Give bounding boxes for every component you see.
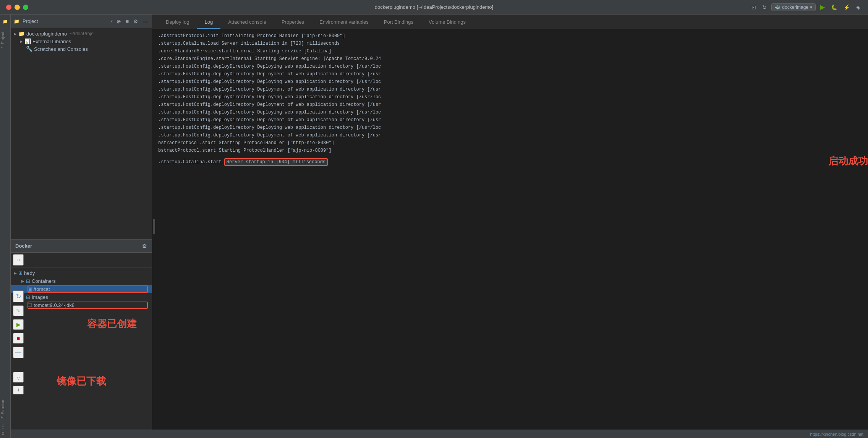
containers-icon: ⊞	[26, 278, 30, 284]
image-label: tomcat:9.0.24-jdk8	[34, 302, 74, 308]
project-root-item[interactable]: ▶ 📁 dockerplugindemo ~/IdeaProje	[11, 30, 152, 37]
tab-port-bindings[interactable]: Port Bindings	[376, 16, 421, 29]
log-line-5: .startup.HostConfig.deployDirectory Depl…	[152, 70, 868, 78]
project-panel-title: Project	[23, 18, 108, 24]
log-area[interactable]: .abstractProtocol.init Initializing Prot…	[152, 29, 868, 438]
window-title: dockerplugindemo [~/IdeaProjects/dockerp…	[375, 4, 493, 10]
log-line-13: .startup.HostConfig.deployDirectory Depl…	[152, 131, 868, 139]
container-icon: ▣	[28, 286, 32, 292]
debug-button[interactable]: 🐛	[829, 3, 839, 11]
log-line-12: .startup.HostConfig.deployDirectory Depl…	[152, 124, 868, 131]
stop-docker-icon[interactable]: ■	[13, 333, 24, 344]
profile-button[interactable]: ◈	[855, 3, 862, 11]
drag-handle[interactable]	[153, 219, 155, 234]
log-line-7: .startup.HostConfig.deployDirectory Depl…	[152, 86, 868, 93]
containers-label: Containers	[32, 278, 56, 284]
server-icon: ⊞	[18, 270, 23, 276]
docker-settings-icon[interactable]: ⚙	[142, 243, 147, 249]
tomcat-image-item[interactable]: ☐ tomcat:9.0.24-jdk8	[11, 301, 152, 309]
run-button[interactable]: ▶	[819, 3, 826, 11]
docker-tree: ▶ ⊞ hedy ▶ ⊞ Containers ▣ /tomcat	[11, 268, 152, 438]
docker-panel: Docker ⚙ ↔ ▶ ⊞ hedy ▶ ⊞	[11, 239, 152, 438]
external-libraries-item[interactable]: ▶ 📊 External Libraries	[11, 37, 152, 45]
tomcat-container-item[interactable]: ▣ /tomcat	[11, 285, 152, 293]
tree-arrow-icon: ▶	[14, 32, 17, 36]
project-tree: ▶ 📁 dockerplugindemo ~/IdeaProje ▶ 📊 Ext…	[11, 28, 152, 239]
container-label: /tomcat	[34, 286, 50, 292]
maximize-button[interactable]	[23, 5, 28, 10]
project-path: ~/IdeaProje	[70, 31, 94, 36]
libraries-icon: 📊	[24, 38, 31, 44]
images-folder-item[interactable]: ▶ ⊞ Images	[11, 293, 152, 301]
run-config-label: dockerimage	[782, 5, 808, 10]
filter-down-icon[interactable]: ⬇	[13, 386, 24, 394]
log-line-2: .core.StandardService.startInternal Star…	[152, 47, 868, 55]
tab-properties[interactable]: Properties	[274, 16, 312, 29]
log-last-line-wrapper: .startup.Catalina.start Server startup i…	[152, 154, 868, 169]
log-line-1: .startup.Catalina.load Server initializa…	[152, 40, 868, 47]
project-side-label[interactable]: 1: Project	[0, 29, 10, 51]
tab-attached-console[interactable]: Attached console	[220, 16, 274, 29]
panel-dropdown-arrow[interactable]: ▾	[111, 19, 113, 23]
bottom-url[interactable]: https://xinchen.blog.csdn.net	[810, 432, 863, 436]
log-line-9: .startup.HostConfig.deployDirectory Depl…	[152, 101, 868, 109]
project-panel-header: 📁 Project ▾ ⊕ ≡ ⚙ —	[11, 15, 152, 28]
containers-arrow-icon: ▶	[21, 279, 24, 283]
docker-connect-icon[interactable]: ↔	[13, 254, 24, 266]
log-line-4: .startup.HostConfig.deployDirectory Depl…	[152, 63, 868, 70]
log-line-15: bstractProtocol.start Starting ProtocolH…	[152, 147, 868, 154]
log-line-11: .startup.HostConfig.deployDirectory Depl…	[152, 116, 868, 124]
docker-panel-title: Docker	[15, 243, 32, 249]
settings-icon[interactable]: ⚙	[133, 18, 139, 25]
favorites-side-label[interactable]: orities	[0, 422, 10, 438]
containers-folder-item[interactable]: ▶ ⊞ Containers	[11, 277, 152, 285]
bottom-bar: https://xinchen.blog.csdn.net	[0, 430, 868, 438]
project-panel: 📁 Project ▾ ⊕ ≡ ⚙ — ▶ 📁 dockerplugindemo…	[11, 15, 152, 239]
close-button[interactable]	[6, 5, 11, 10]
tomcat-image-wrapper: ☐ tomcat:9.0.24-jdk8	[11, 301, 152, 309]
image-downloaded-annotation: 镜像已下载	[57, 375, 106, 388]
project-root-label: dockerplugindemo	[26, 31, 67, 37]
docker-panel-header: Docker ⚙	[11, 240, 152, 253]
tab-env-vars[interactable]: Environment variables	[312, 16, 376, 29]
edit-icon[interactable]: ✎	[13, 305, 24, 316]
docker-action-buttons: ↻ ✎ ▶ ■ — ▽ ⬇	[13, 290, 24, 394]
tomcat-container-wrapper: ▣ /tomcat	[11, 285, 152, 293]
redeploy-icon[interactable]: ↻	[13, 290, 24, 302]
filter-icon[interactable]: ▽	[13, 372, 24, 383]
coverage-button[interactable]: ⚡	[842, 3, 852, 11]
toolbar-right: ⊡ ↻ 🐳 dockerimage ▾ ▶ 🐛 ⚡ ◈	[750, 3, 862, 11]
log-line-8: .startup.HostConfig.deployDirectory Depl…	[152, 93, 868, 101]
screen-icon[interactable]: ⊡	[750, 3, 758, 11]
run-docker-icon[interactable]: ▶	[13, 319, 24, 330]
log-line-16: .startup.Catalina.start Server startup i…	[152, 158, 821, 166]
scratches-label: Scratches and Consoles	[34, 46, 88, 52]
add-icon[interactable]: ⊕	[116, 18, 122, 25]
log-line-0: .abstractProtocol.init Initializing Prot…	[152, 32, 868, 40]
external-libraries-label: External Libraries	[32, 39, 71, 44]
docker-server-item[interactable]: ▶ ⊞ hedy	[11, 269, 152, 277]
main-layout: 📁 1: Project Z: Structure orities 📁 Proj…	[0, 15, 868, 438]
tab-log[interactable]: Log	[197, 16, 220, 29]
docker-icon: 🐳	[775, 5, 781, 10]
startup-success-annotation: 启动成功	[828, 154, 868, 169]
docker-tabs-bar: Deploy log Log Attached console Properti…	[152, 15, 868, 29]
collapse-icon[interactable]: ≡	[125, 18, 130, 25]
right-area: Deploy log Log Attached console Properti…	[152, 15, 868, 438]
log-line-14: bstractProtocol.start Starting ProtocolH…	[152, 139, 868, 147]
container-created-annotation: 容器已创建	[87, 317, 137, 331]
tab-volume-bindings[interactable]: Volume Bindings	[421, 16, 473, 29]
structure-side-label[interactable]: Z: Structure	[0, 396, 10, 422]
images-label: Images	[32, 294, 48, 300]
scratches-item[interactable]: 🔧 Scratches and Consoles	[11, 45, 152, 53]
tab-deploy-log[interactable]: Deploy log	[158, 16, 197, 29]
minimize-button[interactable]	[15, 5, 20, 10]
minus-icon[interactable]: —	[13, 347, 24, 358]
server-arrow-icon: ▶	[14, 271, 17, 275]
log-line-6: .startup.HostConfig.deployDirectory Depl…	[152, 78, 868, 86]
server-label: hedy	[24, 270, 35, 276]
minimize-panel-icon[interactable]: —	[142, 18, 149, 25]
update-icon[interactable]: ↻	[761, 3, 768, 11]
run-config-selector[interactable]: 🐳 dockerimage ▾	[771, 3, 816, 11]
image-icon: ☐	[28, 302, 32, 308]
